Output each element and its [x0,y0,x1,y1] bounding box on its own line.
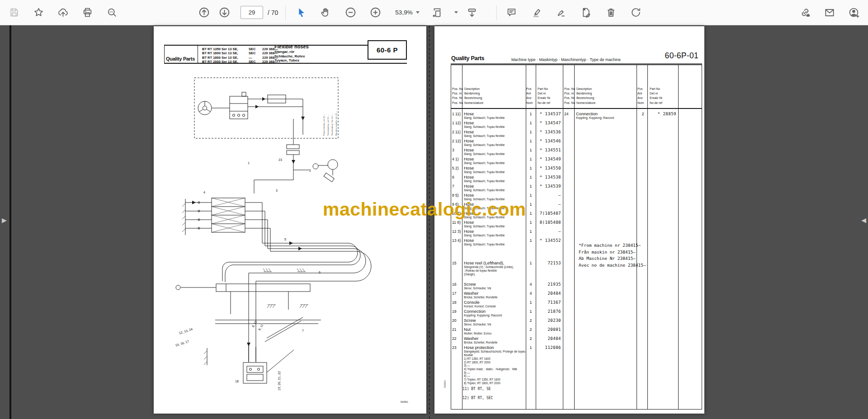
share-link-button[interactable] [797,5,813,20]
table-row: 12 3)HoseSlang; Schlauch; Tuyau flexible… [451,229,563,238]
next-page-button[interactable] [217,5,232,20]
description-translations: Slang; Schlauch; Tuyau flexible [464,152,526,156]
pos-cell: 6 [451,174,462,179]
diagram-label: 18 [235,380,239,383]
pcs-cell: 1 [526,238,536,243]
link-icon [799,7,811,19]
star-icon [33,7,44,18]
pcs-cell: 4 [526,291,536,296]
description-translations: Mutter; Mutter; Ecrou [464,332,526,335]
part-no-cell: 7)105407 [536,211,563,216]
envelope-icon [824,7,835,19]
description-translations: Slangvinda (V) ; Schlauchrolle (Links), … [464,265,526,276]
toolbar-divider [285,5,286,20]
printer-icon [82,7,93,18]
pcs-cell: 1 [526,300,536,305]
diagram-vertical-note: Servolenkung, Ser. 13 — [331,114,333,136]
page-scrolling-button[interactable] [464,5,480,20]
footnote-line: 7) Triplex, RT 1350, RT 1600 [464,378,517,381]
description-cell: HoseSlang; Schlauch; Tuyau flexible [462,120,526,129]
previous-page-button[interactable] [196,5,212,20]
description-main: Connection [464,309,526,314]
col-header-part: Part No Det nr Ersatz Nr No de ref [650,87,662,105]
description-translations: Bricka; Scheibe; Rondelle [464,341,526,344]
zoom-dropdown-caret-icon[interactable] [416,11,420,14]
part-no-cell: — [536,193,563,198]
next-page-arrow-icon[interactable]: ◀ [861,217,866,223]
part-no-cell: — [536,202,563,207]
highlight-button[interactable] [529,5,544,20]
pcs-cell: 1 [526,184,536,188]
title-en: Flexible hoses [274,44,309,50]
bookmark-button[interactable] [31,5,46,20]
pos-cell: 1 11) [451,111,462,116]
part-no-cell: — [536,229,563,234]
description-cell: HoseSlang; Schlauch; Tuyau flexible [462,147,526,156]
description-cell: WasherBricka; Scheibe; Rondelle [462,336,526,344]
description-translations: Slang; Schlauch; Tuyau flexible [464,116,526,120]
search-button[interactable] [104,5,119,20]
description-translations: Slang; Schlauch; Tuyau flexible [464,234,526,237]
sidebar-edge-strip [9,25,11,419]
table-row: 2 11)HoseSlang; Schlauch; Tuyau flexible… [451,129,563,138]
pos-cell: 22 [451,336,462,341]
pcs-cell: 1 [526,147,536,152]
hand-icon [320,7,331,18]
table-row: 10 7)HoseSlang; Schlauch; Tuyau flexible… [451,211,563,220]
select-tool-button[interactable] [293,5,308,20]
pcs-cell: 1 [526,138,536,143]
part-no-cell: * 134537 [536,111,563,116]
fill-and-sign-button[interactable] [554,5,569,20]
rotate-button[interactable] [628,5,644,20]
description-cell: ConsoleKonsol; Konsol; Console [462,300,526,308]
diagram-label: 2 [309,169,311,172]
from-machine-note: *From machine nr 238415— Från maskin nr … [579,242,646,269]
description-translations: Slang; Schlauch; Tuyau flexible [464,198,526,201]
table-top-rule [451,64,702,65]
comment-button[interactable] [504,5,519,20]
email-button[interactable] [822,5,837,20]
table-row: 18ConsoleKonsol; Konsol; Console171367 [451,300,563,309]
col-header-pos: Pos. No Pos. nr Pos. Nr Pos. No [452,87,463,105]
document-viewport: ▶ ◀ Quality Parts BT RT 1350 Ser 13 SE,S… [0,25,868,419]
page-fit-button[interactable] [429,5,445,20]
pcs-cell: 1 [526,129,536,134]
sidebar-expand-arrow-icon[interactable]: ▶ [2,217,7,223]
page-fit-caret-icon[interactable] [454,11,458,14]
save-button[interactable] [6,5,22,20]
description-translations: Slang; Schlauch; Tuyau flexible [464,188,526,192]
title-sv: Slangar, rör [274,50,309,54]
print-button[interactable] [80,5,95,20]
description-cell: ScrewSkruv; Schraube; Vis [462,318,526,326]
upload-button[interactable] [55,5,71,20]
description-main: Hose [464,111,526,116]
account-button[interactable] [846,5,862,20]
diagram-label: 910901 [401,400,408,403]
description-cell: WasherBricka; Scheibe; Rondelle [462,291,526,299]
parts-rows-lower: 15Hose reel (Lefthand),Slangvinda (V) ; … [451,260,563,357]
zoom-out-button[interactable] [343,5,358,20]
pos-cell: 12 3) [451,229,462,234]
zoom-in-button[interactable] [368,5,383,20]
footnote-line: 2) RT 1800, RT 2000 [464,361,517,364]
cursor-icon [295,7,307,18]
description-translations: Slang; Schlauch; Tuyau flexible [464,179,526,183]
col-header-part: Part No Det nr Ersatz Nr No de ref [538,87,550,105]
part-no-cell: 20404 [536,336,563,341]
hand-tool-button[interactable] [318,5,333,20]
diagram-label: 7 [302,329,304,332]
edit-document-button[interactable] [579,5,594,20]
page-navigation-group: / 70 [196,5,278,20]
description-translations: Konsol; Konsol; Console [464,305,526,308]
part-no-cell: 8)105408 [536,220,563,225]
diagram-vertical-note: Power steering, ser 13 — [323,114,325,136]
description-translations: Slang; Schlauch; Tuyau flexible [464,207,526,210]
description-cell: HoseSlang; Schlauch; Tuyau flexible [462,202,526,210]
zoom-level[interactable]: 53,9% [395,9,412,16]
part-no-cell: 20081 [536,327,563,332]
page-number-input[interactable] [241,6,263,19]
col-header-pcs: Pcs Ant Anz Nom [637,87,644,105]
table-row: 7HoseSlang; Schlauch; Tuyau flexible1* 1… [451,184,563,193]
delete-button[interactable] [604,5,619,20]
pcs-cell: 1 [526,111,536,116]
